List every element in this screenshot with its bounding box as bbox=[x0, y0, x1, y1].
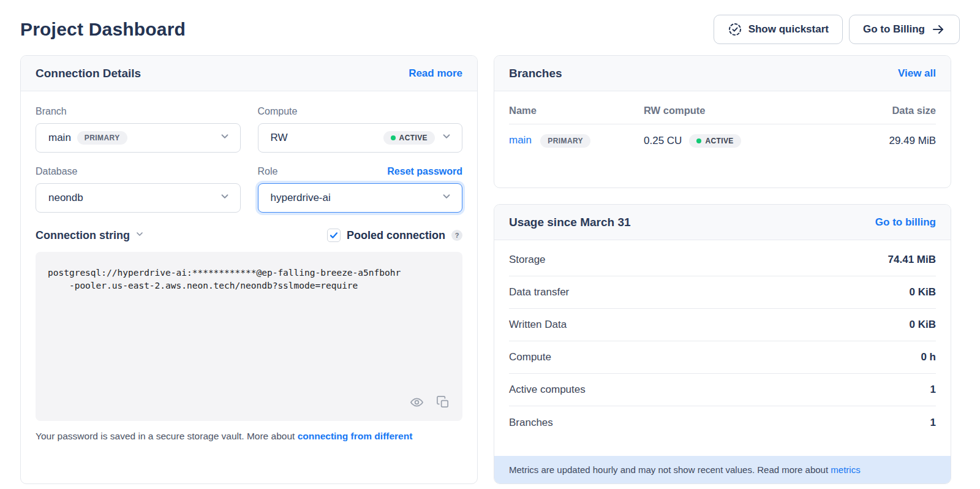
compute-value: RW bbox=[271, 132, 288, 144]
list-item: Active computes 1 bbox=[509, 374, 936, 406]
help-icon[interactable]: ? bbox=[451, 230, 462, 241]
copy-icon bbox=[436, 402, 450, 411]
metrics-notice-text: Metrics are updated hourly and may not s… bbox=[509, 464, 831, 475]
show-quickstart-label: Show quickstart bbox=[748, 23, 829, 36]
metrics-notice: Metrics are updated hourly and may not s… bbox=[494, 456, 951, 483]
top-bar: Project Dashboard Show quickstart Go to … bbox=[0, 0, 980, 49]
branches-card: Branches View all Name RW compute Data s… bbox=[494, 55, 951, 188]
compute-select[interactable]: RW ACTIVE bbox=[258, 123, 463, 153]
list-item: Storage 74.41 MiB bbox=[509, 244, 936, 276]
chevron-down-icon bbox=[135, 229, 145, 242]
password-note: Your password is saved in a secure stora… bbox=[36, 431, 462, 442]
usage-value: 1 bbox=[930, 384, 936, 396]
status-dot-icon bbox=[696, 138, 701, 143]
role-value: hyperdrive-ai bbox=[271, 192, 331, 204]
view-all-link[interactable]: View all bbox=[898, 67, 936, 80]
copy-button[interactable] bbox=[435, 394, 451, 412]
usage-label: Data transfer bbox=[509, 286, 569, 298]
connecting-from-different-link[interactable]: connecting from different bbox=[298, 431, 413, 441]
usage-card: Usage since March 31 Go to billing Stora… bbox=[494, 204, 951, 484]
branches-header: Branches View all bbox=[494, 56, 951, 91]
usage-value: 74.41 MiB bbox=[888, 254, 936, 266]
usage-label: Written Data bbox=[509, 319, 567, 331]
password-note-text: Your password is saved in a secure stora… bbox=[36, 431, 298, 441]
branch-primary-badge: PRIMARY bbox=[77, 131, 127, 145]
database-value: neondb bbox=[48, 192, 83, 204]
read-more-link[interactable]: Read more bbox=[409, 67, 462, 80]
list-item: Written Data 0 KiB bbox=[509, 309, 936, 341]
main-content: Connection Details Read more Branch main… bbox=[0, 49, 980, 484]
column-data-size: Data size bbox=[850, 105, 936, 116]
branch-select[interactable]: main PRIMARY bbox=[36, 123, 241, 153]
branch-field: Branch main PRIMARY bbox=[36, 106, 241, 153]
connection-string-label: Connection string bbox=[36, 229, 130, 242]
pooled-connection-checkbox[interactable] bbox=[327, 229, 341, 242]
role-label: Role bbox=[258, 166, 278, 177]
chevron-down-icon bbox=[219, 131, 230, 145]
list-item: Branches 1 bbox=[509, 406, 936, 439]
table-row: main PRIMARY 0.25 CU ACTIVE 29.49 MiB bbox=[509, 124, 936, 157]
branch-cell: main PRIMARY bbox=[509, 134, 644, 148]
branch-main-link[interactable]: main bbox=[509, 134, 532, 146]
reveal-password-button[interactable] bbox=[409, 394, 425, 412]
role-select[interactable]: hyperdrive-ai bbox=[258, 183, 463, 213]
usage-value: 0 KiB bbox=[910, 286, 936, 298]
compute-field: Compute RW ACTIVE bbox=[258, 106, 463, 153]
chevron-down-icon bbox=[219, 191, 230, 205]
go-to-billing-link[interactable]: Go to billing bbox=[875, 216, 936, 229]
branch-value: main bbox=[48, 132, 71, 144]
branch-status-label: ACTIVE bbox=[705, 137, 733, 145]
compute-label: Compute bbox=[258, 106, 298, 117]
metrics-link[interactable]: metrics bbox=[831, 464, 860, 475]
usage-header: Usage since March 31 Go to billing bbox=[494, 205, 951, 240]
column-rw-compute: RW compute bbox=[644, 105, 850, 116]
usage-label: Storage bbox=[509, 254, 546, 266]
usage-label: Branches bbox=[509, 417, 553, 429]
eye-icon bbox=[410, 402, 424, 411]
status-dot-icon bbox=[391, 135, 396, 140]
usage-label: Compute bbox=[509, 351, 551, 363]
database-label: Database bbox=[36, 166, 78, 177]
code-actions bbox=[409, 394, 451, 412]
usage-title: Usage since March 31 bbox=[509, 216, 631, 229]
data-size-cell: 29.49 MiB bbox=[850, 135, 936, 147]
connection-details-title: Connection Details bbox=[36, 67, 141, 80]
connection-string-box: postgresql://hyperdrive-ai:************@… bbox=[36, 252, 462, 421]
right-column: Branches View all Name RW compute Data s… bbox=[494, 55, 951, 484]
list-item: Compute 0 h bbox=[509, 341, 936, 374]
rw-compute-cell: 0.25 CU ACTIVE bbox=[644, 134, 850, 148]
compute-active-badge: ACTIVE bbox=[383, 131, 435, 145]
go-to-billing-label: Go to Billing bbox=[863, 23, 925, 36]
compute-status-label: ACTIVE bbox=[399, 134, 428, 142]
usage-value: 0 KiB bbox=[910, 319, 936, 331]
quickstart-check-circle-icon bbox=[728, 22, 742, 37]
branches-title: Branches bbox=[509, 67, 562, 80]
connection-string-toggle[interactable]: Connection string bbox=[36, 229, 145, 242]
usage-value: 0 h bbox=[921, 351, 936, 363]
pooled-connection-group: Pooled connection ? bbox=[327, 229, 462, 242]
connection-details-card: Connection Details Read more Branch main… bbox=[20, 55, 478, 484]
reset-password-link[interactable]: Reset password bbox=[387, 166, 462, 177]
usage-rows: Storage 74.41 MiB Data transfer 0 KiB Wr… bbox=[494, 240, 951, 439]
branches-table-head: Name RW compute Data size bbox=[509, 96, 936, 124]
chevron-down-icon bbox=[441, 191, 452, 205]
connection-string-text: postgresql://hyperdrive-ai:************@… bbox=[48, 267, 450, 292]
column-name: Name bbox=[509, 105, 644, 116]
arrow-right-icon bbox=[931, 22, 946, 37]
connection-details-header: Connection Details Read more bbox=[21, 56, 477, 91]
database-field: Database neondb bbox=[36, 166, 241, 213]
chevron-down-icon bbox=[441, 131, 452, 145]
show-quickstart-button[interactable]: Show quickstart bbox=[714, 15, 843, 44]
branch-primary-badge: PRIMARY bbox=[540, 134, 590, 148]
pooled-connection-label: Pooled connection bbox=[347, 229, 445, 242]
usage-label: Active computes bbox=[509, 384, 586, 396]
connection-string-row: Connection string Pooled connection ? bbox=[36, 229, 462, 242]
page-title: Project Dashboard bbox=[20, 19, 186, 40]
top-actions: Show quickstart Go to Billing bbox=[714, 15, 960, 44]
usage-value: 1 bbox=[930, 417, 936, 429]
compute-size: 0.25 CU bbox=[644, 135, 682, 147]
branches-table: Name RW compute Data size main PRIMARY 0… bbox=[494, 91, 951, 157]
database-select[interactable]: neondb bbox=[36, 183, 241, 213]
role-field: Role Reset password hyperdrive-ai bbox=[258, 166, 463, 213]
go-to-billing-button[interactable]: Go to Billing bbox=[849, 15, 960, 44]
